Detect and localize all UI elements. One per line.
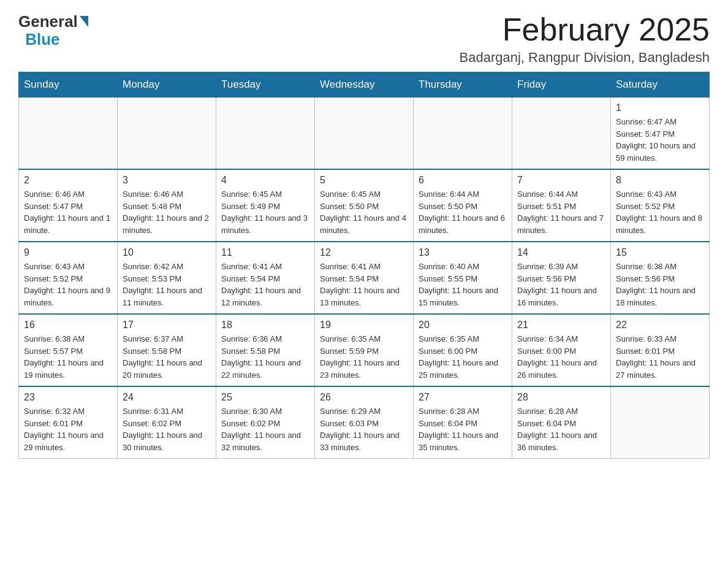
calendar-cell bbox=[216, 98, 315, 170]
day-number: 24 bbox=[123, 392, 211, 403]
day-number: 14 bbox=[517, 247, 605, 258]
day-info: Sunrise: 6:30 AMSunset: 6:02 PMDaylight:… bbox=[221, 405, 309, 453]
day-info: Sunrise: 6:38 AMSunset: 5:57 PMDaylight:… bbox=[24, 333, 112, 381]
day-number: 17 bbox=[123, 320, 211, 331]
day-number: 13 bbox=[419, 247, 507, 258]
calendar-cell: 18Sunrise: 6:36 AMSunset: 5:58 PMDayligh… bbox=[216, 314, 315, 386]
day-info: Sunrise: 6:44 AMSunset: 5:51 PMDaylight:… bbox=[517, 188, 605, 236]
calendar-title: February 2025 bbox=[460, 12, 710, 47]
calendar-cell: 3Sunrise: 6:46 AMSunset: 5:48 PMDaylight… bbox=[118, 169, 216, 242]
day-info: Sunrise: 6:37 AMSunset: 5:58 PMDaylight:… bbox=[123, 333, 211, 381]
day-number: 25 bbox=[221, 392, 309, 403]
day-number: 1 bbox=[616, 102, 704, 113]
calendar-cell bbox=[118, 98, 216, 170]
day-number: 22 bbox=[616, 320, 704, 331]
calendar-cell: 24Sunrise: 6:31 AMSunset: 6:02 PMDayligh… bbox=[118, 386, 216, 459]
day-info: Sunrise: 6:33 AMSunset: 6:01 PMDaylight:… bbox=[616, 333, 704, 381]
day-info: Sunrise: 6:42 AMSunset: 5:53 PMDaylight:… bbox=[123, 261, 211, 308]
calendar-cell: 11Sunrise: 6:41 AMSunset: 5:54 PMDayligh… bbox=[216, 242, 315, 314]
day-number: 11 bbox=[221, 247, 309, 258]
week-row-1: 1Sunrise: 6:47 AMSunset: 5:47 PMDaylight… bbox=[19, 98, 710, 170]
day-number: 12 bbox=[320, 247, 408, 258]
day-number: 27 bbox=[419, 392, 507, 403]
calendar-cell: 5Sunrise: 6:45 AMSunset: 5:50 PMDaylight… bbox=[315, 169, 414, 242]
day-info: Sunrise: 6:46 AMSunset: 5:47 PMDaylight:… bbox=[24, 188, 112, 236]
calendar-cell: 9Sunrise: 6:43 AMSunset: 5:52 PMDaylight… bbox=[19, 242, 118, 314]
calendar-cell: 10Sunrise: 6:42 AMSunset: 5:53 PMDayligh… bbox=[118, 242, 216, 314]
day-info: Sunrise: 6:47 AMSunset: 5:47 PMDaylight:… bbox=[616, 116, 704, 164]
calendar-cell: 1Sunrise: 6:47 AMSunset: 5:47 PMDaylight… bbox=[611, 98, 710, 170]
calendar-cell: 19Sunrise: 6:35 AMSunset: 5:59 PMDayligh… bbox=[315, 314, 414, 386]
calendar-subtitle: Badarganj, Rangpur Division, Bangladesh bbox=[460, 50, 710, 66]
day-info: Sunrise: 6:31 AMSunset: 6:02 PMDaylight:… bbox=[123, 405, 211, 453]
day-number: 28 bbox=[517, 392, 605, 403]
day-info: Sunrise: 6:45 AMSunset: 5:49 PMDaylight:… bbox=[221, 188, 309, 236]
day-info: Sunrise: 6:38 AMSunset: 5:56 PMDaylight:… bbox=[616, 261, 704, 308]
title-section: February 2025 Badarganj, Rangpur Divisio… bbox=[460, 12, 710, 66]
day-info: Sunrise: 6:46 AMSunset: 5:48 PMDaylight:… bbox=[123, 188, 211, 236]
day-number: 19 bbox=[320, 320, 408, 331]
calendar-cell: 13Sunrise: 6:40 AMSunset: 5:55 PMDayligh… bbox=[414, 242, 512, 314]
logo-blue-text: Blue bbox=[25, 30, 59, 49]
calendar-cell: 17Sunrise: 6:37 AMSunset: 5:58 PMDayligh… bbox=[118, 314, 216, 386]
calendar-cell: 23Sunrise: 6:32 AMSunset: 6:01 PMDayligh… bbox=[19, 386, 118, 459]
day-number: 15 bbox=[616, 247, 704, 258]
day-info: Sunrise: 6:28 AMSunset: 6:04 PMDaylight:… bbox=[419, 405, 507, 453]
day-number: 26 bbox=[320, 392, 408, 403]
day-number: 6 bbox=[419, 175, 507, 186]
day-info: Sunrise: 6:32 AMSunset: 6:01 PMDaylight:… bbox=[24, 405, 112, 453]
calendar-cell bbox=[19, 98, 118, 170]
page-header: General Blue February 2025 Badarganj, Ra… bbox=[18, 12, 710, 66]
calendar-cell: 14Sunrise: 6:39 AMSunset: 5:56 PMDayligh… bbox=[512, 242, 611, 314]
day-info: Sunrise: 6:36 AMSunset: 5:58 PMDaylight:… bbox=[221, 333, 309, 381]
day-info: Sunrise: 6:44 AMSunset: 5:50 PMDaylight:… bbox=[419, 188, 507, 236]
day-number: 18 bbox=[221, 320, 309, 331]
calendar-cell bbox=[611, 386, 710, 459]
logo-general-text: General bbox=[18, 12, 78, 31]
day-number: 21 bbox=[517, 320, 605, 331]
day-number: 20 bbox=[419, 320, 507, 331]
day-number: 8 bbox=[616, 175, 704, 186]
day-info: Sunrise: 6:35 AMSunset: 5:59 PMDaylight:… bbox=[320, 333, 408, 381]
week-row-5: 23Sunrise: 6:32 AMSunset: 6:01 PMDayligh… bbox=[19, 386, 710, 459]
day-number: 16 bbox=[24, 320, 112, 331]
day-info: Sunrise: 6:28 AMSunset: 6:04 PMDaylight:… bbox=[517, 405, 605, 453]
day-number: 3 bbox=[123, 175, 211, 186]
calendar-cell: 2Sunrise: 6:46 AMSunset: 5:47 PMDaylight… bbox=[19, 169, 118, 242]
logo: General Blue bbox=[18, 12, 88, 49]
calendar-cell bbox=[414, 98, 512, 170]
day-info: Sunrise: 6:34 AMSunset: 6:00 PMDaylight:… bbox=[517, 333, 605, 381]
day-number: 7 bbox=[517, 175, 605, 186]
calendar-cell: 22Sunrise: 6:33 AMSunset: 6:01 PMDayligh… bbox=[611, 314, 710, 386]
calendar-cell: 6Sunrise: 6:44 AMSunset: 5:50 PMDaylight… bbox=[414, 169, 512, 242]
calendar-cell: 28Sunrise: 6:28 AMSunset: 6:04 PMDayligh… bbox=[512, 386, 611, 459]
header-friday: Friday bbox=[512, 72, 611, 98]
calendar-cell: 27Sunrise: 6:28 AMSunset: 6:04 PMDayligh… bbox=[414, 386, 512, 459]
calendar-cell: 25Sunrise: 6:30 AMSunset: 6:02 PMDayligh… bbox=[216, 386, 315, 459]
header-sunday: Sunday bbox=[19, 72, 118, 98]
calendar-cell: 21Sunrise: 6:34 AMSunset: 6:00 PMDayligh… bbox=[512, 314, 611, 386]
header-wednesday: Wednesday bbox=[315, 72, 414, 98]
day-info: Sunrise: 6:41 AMSunset: 5:54 PMDaylight:… bbox=[320, 261, 408, 308]
calendar-cell bbox=[315, 98, 414, 170]
day-number: 5 bbox=[320, 175, 408, 186]
week-row-2: 2Sunrise: 6:46 AMSunset: 5:47 PMDaylight… bbox=[19, 169, 710, 242]
day-info: Sunrise: 6:45 AMSunset: 5:50 PMDaylight:… bbox=[320, 188, 408, 236]
calendar-table: Sunday Monday Tuesday Wednesday Thursday… bbox=[18, 72, 710, 459]
header-monday: Monday bbox=[118, 72, 216, 98]
week-row-4: 16Sunrise: 6:38 AMSunset: 5:57 PMDayligh… bbox=[19, 314, 710, 386]
day-info: Sunrise: 6:41 AMSunset: 5:54 PMDaylight:… bbox=[221, 261, 309, 308]
calendar-cell: 4Sunrise: 6:45 AMSunset: 5:49 PMDaylight… bbox=[216, 169, 315, 242]
calendar-cell: 26Sunrise: 6:29 AMSunset: 6:03 PMDayligh… bbox=[315, 386, 414, 459]
calendar-cell: 20Sunrise: 6:35 AMSunset: 6:00 PMDayligh… bbox=[414, 314, 512, 386]
header-tuesday: Tuesday bbox=[216, 72, 315, 98]
header-thursday: Thursday bbox=[414, 72, 512, 98]
day-info: Sunrise: 6:29 AMSunset: 6:03 PMDaylight:… bbox=[320, 405, 408, 453]
day-info: Sunrise: 6:43 AMSunset: 5:52 PMDaylight:… bbox=[24, 261, 112, 308]
day-number: 23 bbox=[24, 392, 112, 403]
calendar-cell: 12Sunrise: 6:41 AMSunset: 5:54 PMDayligh… bbox=[315, 242, 414, 314]
day-info: Sunrise: 6:43 AMSunset: 5:52 PMDaylight:… bbox=[616, 188, 704, 236]
day-info: Sunrise: 6:35 AMSunset: 6:00 PMDaylight:… bbox=[419, 333, 507, 381]
day-number: 10 bbox=[123, 247, 211, 258]
logo-text: General bbox=[18, 12, 88, 31]
